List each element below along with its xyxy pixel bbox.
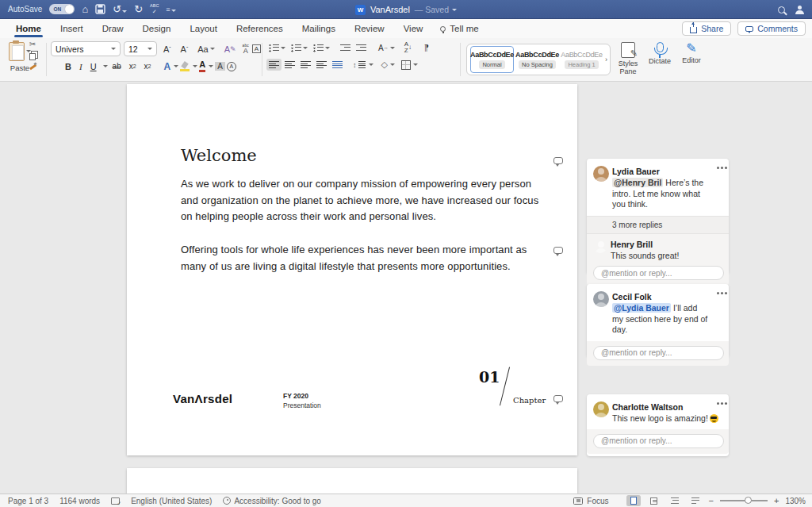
- document-page-1[interactable]: Welcome As we work to deliver on our com…: [127, 84, 577, 455]
- shrink-font-button[interactable]: Aˇ: [178, 44, 192, 55]
- subscript-button[interactable]: x2: [126, 61, 140, 71]
- style-heading-1[interactable]: AaBbCcDdEe Heading 1: [561, 46, 603, 73]
- superscript-button[interactable]: x2: [141, 61, 155, 71]
- comment-menu-icon[interactable]: [717, 292, 719, 294]
- shading-button[interactable]: ◇: [381, 60, 388, 70]
- save-icon[interactable]: [95, 4, 105, 14]
- reply-input[interactable]: [593, 346, 724, 360]
- zoom-in-button[interactable]: +: [774, 496, 779, 505]
- proofing-icon[interactable]: [111, 497, 120, 505]
- change-case-button[interactable]: Aa: [194, 44, 217, 55]
- autosave-toggle[interactable]: ON: [49, 4, 75, 14]
- underline-button[interactable]: U: [87, 61, 100, 72]
- font-size-select[interactable]: 12: [124, 41, 157, 56]
- asian-layout-button[interactable]: A↔: [375, 43, 398, 53]
- increase-indent-button[interactable]: [354, 42, 369, 54]
- document-paragraph-1[interactable]: As we work to deliver on our company mis…: [181, 176, 542, 225]
- reply-input[interactable]: [593, 434, 724, 448]
- customize-toolbar-icon[interactable]: ≡: [166, 6, 175, 13]
- align-center-button[interactable]: [282, 59, 297, 71]
- bullet-list-button[interactable]: [266, 42, 288, 54]
- line-spacing-button[interactable]: ↕: [353, 60, 373, 69]
- show-marks-button[interactable]: ¶: [421, 43, 431, 53]
- zoom-slider-knob[interactable]: [745, 497, 752, 504]
- document-paragraph-2[interactable]: Offering tools for whole life experience…: [181, 242, 542, 275]
- focus-button[interactable]: Focus: [573, 497, 608, 505]
- character-border-button[interactable]: A: [252, 44, 261, 53]
- align-right-button[interactable]: [298, 59, 313, 71]
- bold-button[interactable]: B: [62, 61, 75, 72]
- reply-input[interactable]: [593, 266, 724, 280]
- tab-review[interactable]: Review: [345, 21, 394, 37]
- page-indicator[interactable]: Page 1 of 3: [8, 497, 48, 505]
- web-layout-view-button[interactable]: [647, 495, 661, 506]
- style-no-spacing[interactable]: AaBbCcDdEe No Spacing: [515, 46, 559, 73]
- account-icon[interactable]: [795, 6, 804, 14]
- comment-anchor-icon[interactable]: [553, 247, 563, 254]
- italic-button[interactable]: I: [76, 61, 86, 72]
- styles-gallery-expand[interactable]: ›: [605, 56, 607, 63]
- print-layout-view-button[interactable]: [626, 495, 641, 506]
- tab-mailings[interactable]: Mailings: [293, 21, 345, 37]
- word-count[interactable]: 1164 words: [59, 497, 100, 505]
- zoom-slider[interactable]: [720, 500, 768, 501]
- character-shading-button[interactable]: A: [215, 62, 225, 71]
- undo-button[interactable]: ↺: [113, 4, 127, 14]
- tab-insert[interactable]: Insert: [51, 21, 93, 37]
- comment-menu-icon[interactable]: [717, 167, 719, 169]
- styles-pane-button[interactable]: Styles Pane: [612, 42, 644, 75]
- search-icon[interactable]: [778, 6, 785, 13]
- mention-chip[interactable]: @Henry Bril: [612, 178, 663, 187]
- zoom-level[interactable]: 130%: [785, 497, 806, 505]
- tab-layout[interactable]: Layout: [180, 21, 227, 37]
- mention-chip[interactable]: @Lydia Bauer: [612, 303, 671, 313]
- style-normal[interactable]: AaBbCcDdEe Normal: [470, 46, 514, 73]
- tab-design[interactable]: Design: [133, 21, 181, 37]
- decrease-indent-button[interactable]: [338, 42, 353, 54]
- document-page-2[interactable]: [127, 468, 577, 494]
- language-indicator[interactable]: English (United States): [131, 497, 212, 505]
- grow-font-button[interactable]: Aˆ: [160, 44, 174, 55]
- font-name-select[interactable]: Univers: [51, 41, 121, 56]
- home-icon[interactable]: ⌂: [82, 4, 88, 14]
- document-heading[interactable]: Welcome: [181, 146, 257, 165]
- accessibility-status[interactable]: Accessibility: Good to go: [223, 497, 321, 505]
- comments-button[interactable]: Comments: [737, 21, 806, 36]
- enclose-character-button[interactable]: A: [227, 62, 236, 71]
- justify-button[interactable]: [314, 59, 329, 71]
- editor-button[interactable]: ✎ Editor: [676, 42, 707, 64]
- sort-button[interactable]: AZ↓: [404, 41, 412, 54]
- format-painter-icon[interactable]: [29, 63, 36, 71]
- cut-icon[interactable]: ✂: [29, 40, 36, 48]
- font-color-button[interactable]: A: [199, 60, 205, 72]
- more-replies-link[interactable]: 3 more replies: [587, 216, 729, 234]
- comment-anchor-icon[interactable]: [553, 395, 563, 402]
- spelling-grammar-icon[interactable]: ABC ✓: [150, 4, 159, 14]
- numbered-list-button[interactable]: [289, 42, 310, 54]
- tab-view[interactable]: View: [394, 21, 433, 37]
- outline-view-button[interactable]: [668, 495, 682, 506]
- phonetic-guide-button[interactable]: abcA: [243, 44, 249, 55]
- clear-format-button[interactable]: A✎: [221, 44, 239, 55]
- align-left-button[interactable]: [266, 59, 282, 71]
- comment-menu-icon[interactable]: [717, 402, 719, 405]
- tab-draw[interactable]: Draw: [93, 21, 133, 37]
- strikethrough-button[interactable]: ab: [109, 61, 124, 71]
- saved-status[interactable]: — Saved: [415, 5, 457, 14]
- copy-icon[interactable]: [29, 53, 36, 60]
- tab-references[interactable]: References: [227, 21, 293, 37]
- distribute-button[interactable]: [330, 59, 345, 71]
- document-title[interactable]: VanArsdel: [370, 5, 410, 14]
- multilevel-list-button[interactable]: [311, 42, 332, 54]
- borders-button[interactable]: [401, 60, 411, 70]
- tab-home[interactable]: Home: [6, 21, 51, 37]
- comment-anchor-icon[interactable]: [553, 157, 563, 164]
- dictate-button[interactable]: Dictate: [644, 42, 676, 65]
- share-button[interactable]: Share: [682, 21, 731, 36]
- paste-button[interactable]: [6, 42, 44, 61]
- tell-me-button[interactable]: Tell me: [432, 24, 486, 33]
- text-effects-button[interactable]: A: [164, 61, 171, 72]
- highlight-button[interactable]: [180, 62, 190, 71]
- zoom-out-button[interactable]: −: [709, 496, 714, 505]
- draft-view-button[interactable]: [688, 495, 703, 506]
